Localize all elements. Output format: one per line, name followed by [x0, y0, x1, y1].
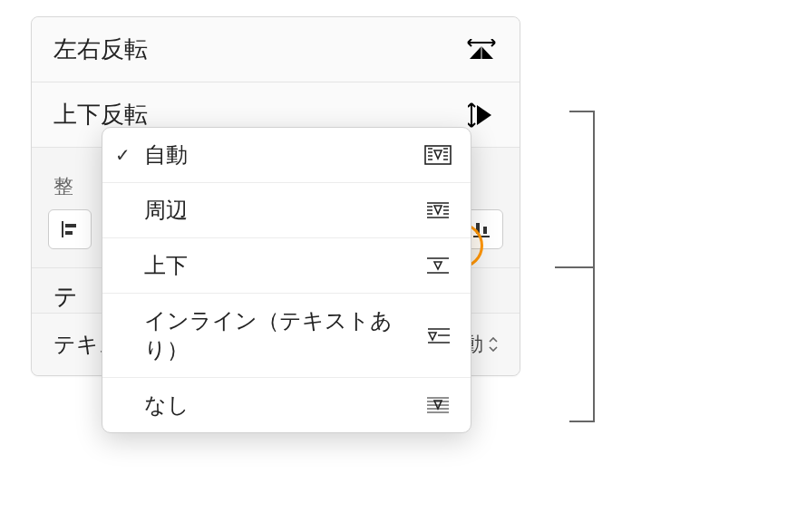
- wrap-option-above-below[interactable]: 上下: [102, 238, 471, 294]
- wrap-option-label: 上下: [144, 251, 188, 280]
- wrap-options-popover: ✓ 自動 周辺 上下 インライン（テキストあり）: [102, 127, 471, 433]
- flip-vertical-icon: [465, 102, 498, 128]
- wrap-inline-icon: [423, 323, 454, 348]
- svg-rect-5: [483, 227, 487, 234]
- wrap-option-none[interactable]: なし: [102, 378, 471, 432]
- svg-rect-0: [62, 221, 63, 237]
- flip-horizontal-row[interactable]: 左右反転: [32, 17, 520, 82]
- wrap-above-below-icon: [422, 253, 454, 278]
- wrap-around-icon: [422, 198, 454, 223]
- wrap-option-label: なし: [144, 391, 189, 420]
- flip-horizontal-label: 左右反転: [53, 34, 148, 65]
- wrap-option-label: 周辺: [144, 196, 188, 225]
- svg-rect-2: [65, 231, 73, 235]
- wrap-option-auto[interactable]: ✓ 自動: [102, 128, 471, 183]
- chevron-updown-icon: [489, 337, 498, 352]
- wrap-option-around[interactable]: 周辺: [102, 183, 471, 238]
- check-icon: ✓: [115, 144, 131, 166]
- wrap-auto-icon: [422, 142, 454, 168]
- wrap-none-icon: [422, 392, 454, 418]
- wrap-option-inline[interactable]: インライン（テキストあり）: [102, 294, 471, 378]
- align-left-button[interactable]: [48, 209, 92, 249]
- flip-vertical-label: 上下反転: [53, 99, 148, 131]
- svg-rect-1: [65, 224, 76, 227]
- flip-horizontal-icon: [465, 37, 498, 63]
- wrap-option-label: インライン（テキストあり）: [144, 306, 423, 364]
- wrap-option-label: 自動: [144, 140, 188, 169]
- callout-bracket: [555, 111, 595, 422]
